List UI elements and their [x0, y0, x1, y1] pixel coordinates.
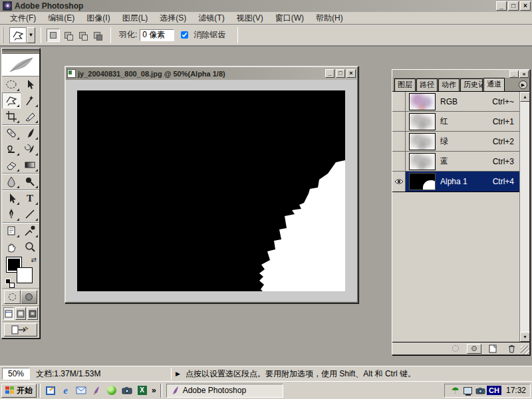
- tab-actions[interactable]: 动作: [438, 78, 460, 91]
- document-maximize-button[interactable]: □: [336, 69, 345, 78]
- menu-help[interactable]: 帮助(H): [310, 11, 349, 25]
- palette-minimize-button[interactable]: _: [509, 70, 519, 78]
- feather-input[interactable]: [140, 29, 174, 41]
- tab-history[interactable]: 历史记: [460, 78, 483, 91]
- tab-channels[interactable]: 通道: [483, 78, 505, 91]
- fullscreen-menu-mode-button[interactable]: [15, 307, 26, 320]
- tool-type-button[interactable]: T: [21, 190, 39, 206]
- antialias-checkbox[interactable]: [181, 31, 188, 39]
- visibility-toggle[interactable]: [392, 92, 406, 111]
- visibility-toggle[interactable]: [392, 112, 406, 131]
- internet-explorer-icon[interactable]: e: [59, 384, 72, 397]
- standard-screen-mode-button[interactable]: [3, 307, 14, 320]
- menu-view[interactable]: 视图(V): [231, 11, 269, 25]
- options-bar-grip[interactable]: [2, 27, 5, 43]
- scroll-up-icon[interactable]: ▲: [520, 92, 530, 102]
- jump-to-imageready-button[interactable]: [4, 323, 37, 336]
- zoom-level-field[interactable]: 50%: [2, 368, 30, 380]
- save-selection-button[interactable]: [467, 344, 481, 354]
- delete-channel-button[interactable]: [504, 344, 519, 354]
- close-button[interactable]: ×: [520, 1, 531, 11]
- menu-file[interactable]: 文件(F): [4, 11, 42, 25]
- intersect-selection-mode-button[interactable]: [90, 29, 104, 42]
- tray-camera-icon[interactable]: [475, 385, 486, 396]
- restore-button[interactable]: □: [508, 1, 519, 11]
- tool-line-button[interactable]: [21, 206, 39, 222]
- tool-move-button[interactable]: [21, 76, 39, 92]
- tool-zoom-button[interactable]: [21, 239, 39, 255]
- visibility-toggle[interactable]: [392, 152, 406, 171]
- excel-icon[interactable]: X: [136, 384, 148, 397]
- tool-clone-stamp-button[interactable]: [2, 141, 21, 157]
- input-method-indicator[interactable]: CH: [487, 386, 501, 395]
- photoshop-task-button[interactable]: Adobe Photoshop: [166, 384, 283, 398]
- polygonal-lasso-icon[interactable]: [9, 27, 27, 43]
- menu-edit[interactable]: 编辑(E): [42, 11, 80, 25]
- menu-image[interactable]: 图像(I): [80, 11, 116, 25]
- load-selection-button[interactable]: [448, 344, 463, 354]
- channel-row-blue[interactable]: 蓝 Ctrl+3: [392, 152, 519, 172]
- start-button[interactable]: 开始: [1, 384, 37, 398]
- tool-polygonal-lasso-button[interactable]: [2, 92, 21, 108]
- green-swirl-app-icon[interactable]: [105, 384, 118, 397]
- channel-row-alpha1[interactable]: Alpha 1 Ctrl+4: [392, 172, 519, 192]
- subtract-selection-mode-button[interactable]: [76, 29, 89, 42]
- scroll-down-icon[interactable]: ▼: [520, 332, 530, 342]
- quick-launch-overflow-chevron[interactable]: »: [152, 386, 156, 395]
- status-popup-icon[interactable]: ▶: [176, 370, 180, 377]
- menu-select[interactable]: 选择(S): [154, 11, 192, 25]
- document-titlebar[interactable]: jy_20040831_800_08.jpg @ 50%(Alpha 1/8) …: [66, 67, 357, 80]
- document-minimize-button[interactable]: _: [325, 69, 334, 78]
- tool-preset-picker[interactable]: ▼: [9, 27, 35, 43]
- palette-close-button[interactable]: ×: [519, 70, 529, 78]
- tool-healing-brush-button[interactable]: [2, 125, 21, 141]
- add-selection-mode-button[interactable]: [61, 29, 74, 42]
- menu-filter[interactable]: 滤镜(T): [192, 11, 230, 25]
- tool-gradient-button[interactable]: [21, 157, 39, 173]
- tool-notes-button[interactable]: [2, 223, 21, 239]
- background-color-swatch[interactable]: [17, 267, 33, 283]
- visibility-toggle[interactable]: [392, 172, 406, 192]
- tool-slice-button[interactable]: [21, 108, 39, 124]
- outlook-express-icon[interactable]: [74, 384, 87, 397]
- palette-titlebar[interactable]: _ ×: [392, 70, 529, 78]
- tool-eraser-button[interactable]: [2, 157, 21, 173]
- tool-hand-button[interactable]: [2, 239, 21, 255]
- toolbox-drag-strip[interactable]: [2, 49, 39, 54]
- tool-elliptical-marquee-button[interactable]: [2, 76, 21, 92]
- clock[interactable]: 17:32: [506, 386, 526, 395]
- tab-paths[interactable]: 路径: [416, 78, 438, 91]
- menu-window[interactable]: 窗口(W): [269, 11, 310, 25]
- tool-magic-wand-button[interactable]: [21, 92, 39, 108]
- tool-pen-button[interactable]: [2, 206, 21, 222]
- standard-mode-button[interactable]: [4, 290, 21, 304]
- tab-layers[interactable]: 图层: [394, 78, 416, 91]
- new-selection-mode-button[interactable]: [47, 29, 60, 42]
- show-desktop-icon[interactable]: [44, 384, 57, 397]
- tool-history-brush-button[interactable]: [21, 141, 39, 157]
- minimize-button[interactable]: _: [496, 1, 507, 11]
- tool-brush-button[interactable]: [21, 125, 39, 141]
- camera-app-icon[interactable]: [120, 384, 133, 397]
- new-channel-button[interactable]: [485, 344, 500, 354]
- fullscreen-mode-button[interactable]: [27, 307, 38, 320]
- tool-preset-dropdown-icon[interactable]: ▼: [27, 27, 35, 43]
- palette-scrollbar[interactable]: ▲ ▼: [519, 92, 529, 342]
- menu-layer[interactable]: 图层(L): [116, 11, 154, 25]
- image-canvas[interactable]: [77, 90, 345, 291]
- tool-path-select-button[interactable]: [2, 190, 21, 206]
- palette-resize-grip[interactable]: [521, 346, 529, 354]
- channel-row-red[interactable]: 红 Ctrl+1: [392, 112, 519, 132]
- tool-crop-button[interactable]: [2, 108, 21, 124]
- swap-colors-icon[interactable]: ⇄: [31, 256, 37, 263]
- channel-row-green[interactable]: 绿 Ctrl+2: [392, 132, 519, 152]
- default-colors-icon[interactable]: [5, 279, 13, 287]
- tool-eyedropper-button[interactable]: [21, 223, 39, 239]
- quick-mask-mode-button[interactable]: [21, 290, 37, 304]
- network-computer-icon[interactable]: [462, 385, 473, 396]
- document-close-button[interactable]: ×: [346, 69, 356, 78]
- channel-row-rgb[interactable]: RGB Ctrl+~: [392, 92, 519, 112]
- visibility-toggle[interactable]: [392, 132, 406, 151]
- tool-dodge-button[interactable]: [21, 174, 39, 190]
- tool-blur-button[interactable]: [2, 174, 21, 190]
